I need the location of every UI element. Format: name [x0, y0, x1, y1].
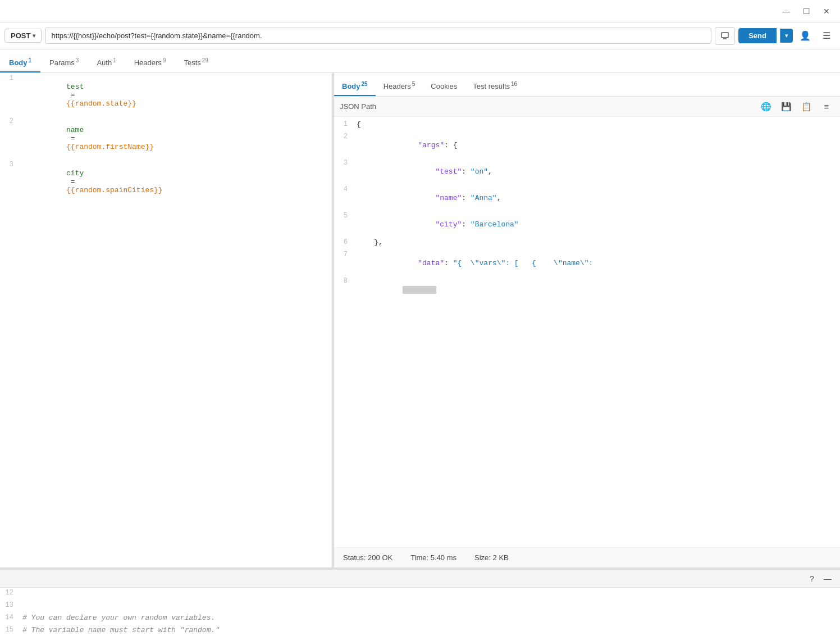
status-size: Size: 2 KB [474, 553, 509, 562]
json-lc-3: "test": "on", [354, 158, 840, 184]
json-lc-7: "data": "{ \"vars\": [ { \"name\": [354, 249, 840, 276]
line-number-3: 3 [0, 160, 20, 169]
title-bar: — ☐ ✕ [0, 0, 840, 22]
var-test: test [66, 83, 84, 91]
response-tab-test-results[interactable]: Test results16 [465, 76, 525, 96]
url-action-icon[interactable] [715, 27, 735, 45]
json-lnum-2: 2 [334, 131, 354, 140]
equals-3: = [66, 178, 79, 186]
json-line-5: 5 "city": "Barcelona" [334, 211, 840, 237]
bottom-panel-toolbar: ? — [0, 570, 840, 588]
close-button[interactable]: ✕ [818, 2, 836, 20]
bottom-code-editor[interactable]: 12 13 14 # You can declare your own rand… [0, 588, 840, 636]
method-label: POST [11, 31, 30, 40]
json-lc-6: }, [354, 237, 840, 247]
status-time: Time: 5.40 ms [410, 553, 456, 562]
line-content-2: name = {{random.firstName}} [20, 116, 332, 160]
wrap-icon[interactable]: ≡ [819, 99, 834, 115]
json-lc-5: "city": "Barcelona" [354, 211, 840, 237]
json-line-2: 2 "args": { [334, 131, 840, 158]
template-test: {{random.state}} [66, 99, 136, 108]
url-input[interactable] [45, 28, 711, 44]
json-lnum-3: 3 [334, 158, 354, 167]
json-lc-1: { [354, 119, 840, 129]
blnum-15: 15 [0, 625, 20, 634]
json-path-label: JSON Path [340, 102, 754, 111]
bottom-line-13: 13 [0, 600, 840, 612]
line-content-1: test = {{random.state}} [20, 73, 332, 116]
json-lnum-1: 1 [334, 119, 354, 128]
preview-icon[interactable]: 🌐 [758, 99, 774, 115]
json-line-7: 7 "data": "{ \"vars\": [ { \"name\": [334, 249, 840, 276]
json-lnum-5: 5 [334, 211, 354, 220]
request-body-editor[interactable]: 1 test = {{random.state}} 2 name = {{ran… [0, 73, 332, 567]
minimize-button[interactable]: — [777, 2, 795, 20]
bottom-line-12: 12 [0, 588, 840, 600]
blc-14: # You can declare your own random variab… [20, 612, 840, 622]
method-chevron-icon: ▾ [33, 33, 35, 39]
json-line-6: 6 }, [334, 237, 840, 249]
response-status-bar: Status: 200 OK Time: 5.40 ms Size: 2 KB [334, 547, 840, 567]
template-city: {{random.spainCities}} [66, 186, 163, 194]
tab-auth[interactable]: Auth1 [88, 53, 125, 72]
request-tabs: Body1 Params3 Auth1 Headers9 Tests29 [0, 49, 840, 73]
method-select[interactable]: POST ▾ [4, 29, 42, 43]
json-line-1: 1 { [334, 119, 840, 131]
blnum-12: 12 [0, 588, 20, 597]
save-icon[interactable]: 💾 [778, 99, 794, 115]
line-number-2: 2 [0, 116, 20, 125]
profile-icon[interactable]: 👤 [796, 27, 814, 45]
blnum-14: 14 [0, 612, 20, 621]
var-name: name [66, 126, 84, 134]
main-split: 1 test = {{random.state}} 2 name = {{ran… [0, 73, 840, 567]
code-line-1: 1 test = {{random.state}} [0, 73, 332, 116]
json-lc-8 [354, 276, 840, 302]
menu-icon[interactable]: ☰ [818, 27, 836, 45]
send-dropdown-button[interactable]: ▾ [780, 29, 793, 43]
json-lnum-6: 6 [334, 237, 354, 246]
json-lnum-4: 4 [334, 184, 354, 193]
json-lnum-7: 7 [334, 249, 354, 258]
line-number-1: 1 [0, 73, 20, 82]
template-name: {{random.firstName}} [66, 143, 154, 151]
tab-tests[interactable]: Tests29 [175, 53, 217, 72]
url-bar: POST ▾ Send ▾ 👤 ☰ [0, 22, 840, 49]
tab-headers[interactable]: Headers9 [125, 53, 175, 72]
help-icon[interactable]: ? [804, 571, 820, 587]
send-button[interactable]: Send [738, 28, 777, 43]
blc-15: # The variable name must start with "ran… [20, 625, 840, 634]
collapse-icon[interactable]: — [820, 571, 836, 587]
json-line-8: 8 [334, 276, 840, 302]
json-line-3: 3 "test": "on", [334, 158, 840, 184]
svg-rect-0 [722, 33, 728, 38]
response-tab-body[interactable]: Body25 [334, 76, 376, 96]
bottom-line-14: 14 # You can declare your own random var… [0, 612, 840, 625]
copy-icon[interactable]: 📋 [798, 99, 814, 115]
code-line-2: 2 name = {{random.firstName}} [0, 116, 332, 160]
line-content-3: city = {{random.spainCities}} [20, 160, 332, 203]
request-body-pane: 1 test = {{random.state}} 2 name = {{ran… [0, 73, 334, 567]
response-toolbar: JSON Path 🌐 💾 📋 ≡ [334, 97, 840, 117]
bottom-line-15: 15 # The variable name must start with "… [0, 625, 840, 636]
equals-2: = [66, 134, 79, 143]
blnum-13: 13 [0, 600, 20, 609]
json-lc-4: "name": "Anna", [354, 184, 840, 211]
response-tab-headers[interactable]: Headers5 [376, 76, 423, 96]
response-json-area[interactable]: 1 { 2 "args": { 3 "test": "on", 4 [334, 117, 840, 547]
maximize-button[interactable]: ☐ [797, 2, 815, 20]
json-lnum-8: 8 [334, 276, 354, 285]
json-line-4: 4 "name": "Anna", [334, 184, 840, 211]
json-lc-2: "args": { [354, 131, 840, 158]
code-line-3: 3 city = {{random.spainCities}} [0, 160, 332, 203]
equals-1: = [66, 91, 79, 99]
var-city: city [66, 169, 84, 178]
bottom-panel: ? — 12 13 14 # You can declare your own … [0, 567, 840, 636]
response-tabs: Body25 Headers5 Cookies Test results16 [334, 73, 840, 97]
response-pane: Body25 Headers5 Cookies Test results16 J… [334, 73, 840, 567]
response-tab-cookies[interactable]: Cookies [423, 78, 465, 96]
status-ok: Status: 200 OK [343, 553, 392, 562]
tab-params[interactable]: Params3 [40, 53, 88, 72]
tab-body[interactable]: Body1 [0, 53, 40, 72]
